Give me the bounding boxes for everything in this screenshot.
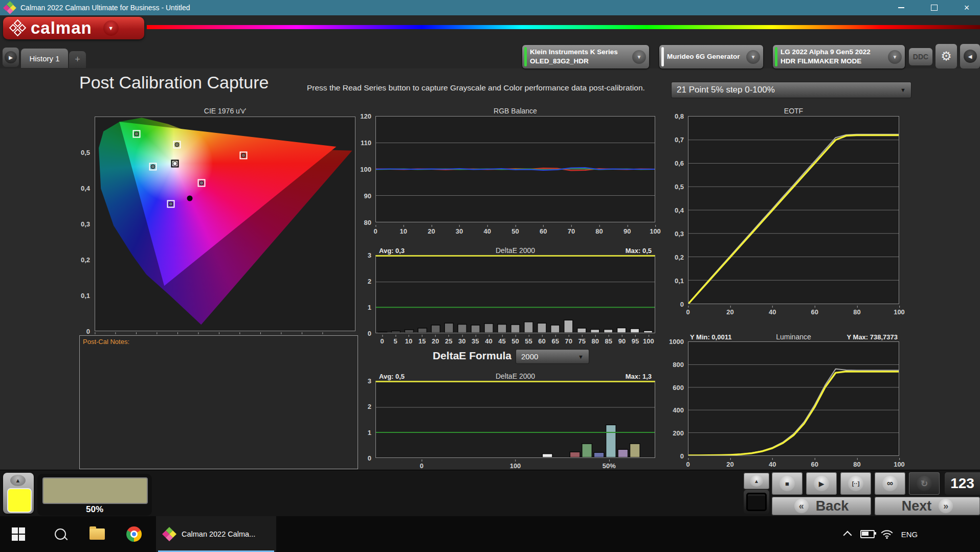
x-tick-label: 25 [445, 335, 452, 345]
notes-label: Post-Cal Notes: [83, 338, 358, 346]
back-button[interactable]: « Back [772, 497, 871, 515]
grayscale-bar [405, 330, 413, 333]
refresh-button[interactable]: ↻ [909, 472, 940, 495]
search-icon [55, 528, 66, 540]
formula-value: 2000 [521, 352, 538, 361]
search-button[interactable] [49, 516, 72, 552]
close-button[interactable]: × [953, 0, 980, 15]
file-explorer-button[interactable] [86, 516, 108, 552]
calman-menu-arrow[interactable]: ▼ [103, 20, 119, 36]
luminance-chart [688, 341, 899, 456]
chevron-down-icon: ▼ [746, 50, 760, 64]
ddc-button[interactable]: DDC [909, 48, 932, 65]
next-label: Next [902, 498, 932, 514]
y-tick-label: 100 [360, 166, 371, 173]
generator-label: Murideo 6G Generator [667, 52, 744, 61]
network-indicator[interactable] [878, 516, 896, 552]
maximize-icon [931, 5, 938, 11]
x-tick-label: 80 [853, 306, 860, 316]
play-button[interactable]: ▶ [806, 472, 837, 495]
display-dropdown[interactable]: LG 2022 Alpha 9 Gen5 2022 HDR FILMMAKER … [773, 45, 905, 68]
next-button[interactable]: Next » [875, 497, 980, 515]
y-tick-label: 0,2 [81, 256, 90, 264]
calman-app-icon [4, 2, 15, 13]
read-continuous-button[interactable]: ∞ [875, 472, 905, 495]
x-tick-label: 40 [484, 225, 491, 235]
white-bar [542, 454, 552, 457]
x-tick-label: 10 [399, 225, 407, 235]
display-line2: HDR FILMMAKER MODE [781, 57, 861, 65]
eotf-x-axis: 020406080100 [688, 306, 899, 316]
x-tick-label: 0 [686, 458, 689, 468]
x-tick-label: 70 [568, 225, 575, 235]
close-icon: × [964, 3, 970, 13]
x-tick-label: 80 [592, 335, 599, 345]
tray-expand-button[interactable] [840, 516, 855, 552]
measured-series [688, 135, 899, 304]
gear-icon: ⚙ [941, 49, 952, 63]
x-tick-label: 60 [540, 225, 547, 235]
language-indicator[interactable]: ENG [898, 516, 921, 552]
luminance-x-axis: 020406080100 [688, 458, 899, 468]
green-bar [582, 444, 592, 457]
minimize-button[interactable] [888, 0, 915, 15]
wifi-icon [880, 529, 894, 539]
collapse-panel-button[interactable]: ◀ [960, 44, 980, 68]
grayscale-bar [391, 331, 400, 333]
patch-panel-expand-button[interactable]: ▲ [10, 475, 26, 486]
read-series-button[interactable]: [··] [840, 472, 871, 495]
calman-menu-button[interactable]: calman ▼ [3, 17, 144, 39]
layout-panel-toggle[interactable]: ▶ [3, 48, 19, 67]
grayscale-bar [564, 320, 573, 333]
cyan-bar [606, 425, 616, 457]
x-tick-label: 40 [769, 458, 776, 468]
grayscale-bar [643, 331, 652, 333]
generator-line1: Murideo 6G Generator [667, 53, 740, 60]
de-color-max: Max: 1,3 [375, 373, 652, 380]
taskbar-app-label: Calman 2022 Calma... [182, 530, 255, 538]
generator-dropdown[interactable]: Murideo 6G Generator ▼ [659, 45, 763, 68]
stop-button[interactable]: ■ [772, 472, 803, 495]
battery-indicator[interactable] [858, 516, 877, 552]
deltae-formula-dropdown[interactable]: 2000 ▼ [516, 349, 589, 364]
panel-toggle-icon: ▶ [5, 51, 17, 63]
preset-dropdown[interactable]: 21 Point 5% step 0-100% ▼ [671, 82, 911, 98]
calman-logo-text: calman [31, 18, 92, 38]
pattern-window-button[interactable] [744, 490, 769, 514]
magenta-bar [618, 449, 628, 457]
meter-dropdown[interactable]: Klein Instruments K Series OLED_83G2_HDR… [522, 45, 649, 68]
grayscale-bar [577, 328, 586, 333]
start-button[interactable] [7, 516, 30, 552]
nav-panel-expand-button[interactable]: ▲ [744, 473, 769, 489]
x-tick-label: 60 [811, 306, 818, 316]
taskbar-calman-app[interactable]: Calman 2022 Calma... [156, 516, 276, 552]
y-tick-label: 0,3 [81, 220, 90, 228]
add-tab-button[interactable]: + [69, 51, 86, 68]
maximize-button[interactable] [921, 0, 947, 15]
x-tick-label: 50 [511, 225, 519, 235]
x-tick-label: 60 [811, 458, 818, 468]
chevron-left-icon: ◀ [964, 50, 977, 63]
x-tick-label: 80 [853, 458, 860, 468]
eotf-y-axis: 0,80,70,60,50,40,30,20,10 [663, 116, 686, 304]
chevron-down-icon: ▼ [900, 87, 906, 93]
y-tick-label: 0,2 [675, 254, 684, 261]
test-patch-preview: 50% [37, 474, 152, 516]
up-arrow-icon: ▲ [750, 475, 763, 487]
chrome-icon [126, 526, 142, 542]
grayscale-bar [498, 325, 506, 333]
reference-series [688, 369, 899, 455]
generator-status-indicator [661, 47, 664, 66]
y-tick-label: 2 [368, 277, 371, 285]
x-tick-label: 65 [551, 335, 559, 345]
x-tick-label: 100 [894, 306, 905, 316]
patch-color-swatch[interactable] [7, 488, 32, 513]
settings-button[interactable]: ⚙ [936, 44, 957, 68]
post-cal-notes-field[interactable]: Post-Cal Notes: [79, 335, 358, 469]
cyan-measurement-point [149, 163, 157, 170]
tab-history-1[interactable]: History 1 [21, 49, 68, 68]
chrome-button[interactable] [123, 516, 145, 552]
grayscale-bar [551, 325, 560, 333]
minimize-icon [898, 7, 904, 8]
display-icon [746, 493, 767, 511]
